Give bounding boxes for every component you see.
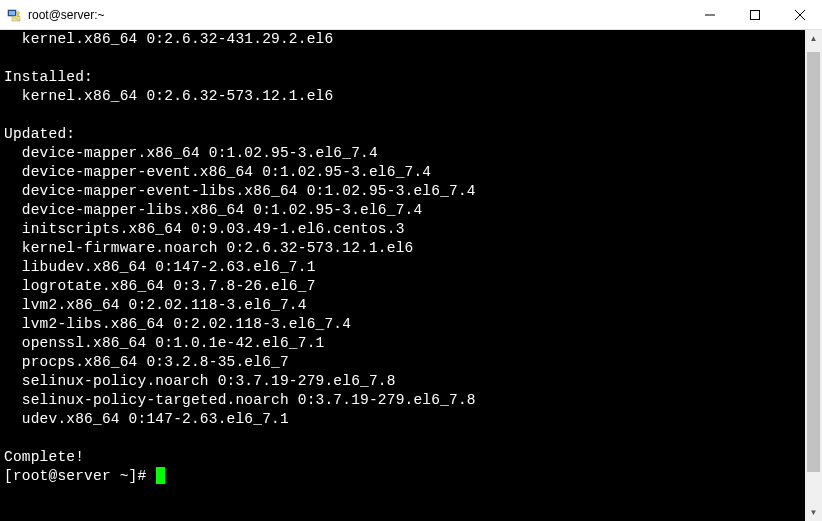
terminal-line: device-mapper-event.x86_64 0:1.02.95-3.e… [4,163,801,182]
terminal-line: device-mapper-libs.x86_64 0:1.02.95-3.el… [4,201,801,220]
terminal-line: Installed: [4,68,801,87]
scroll-up-arrow[interactable]: ▲ [805,30,822,47]
terminal-line [4,429,801,448]
terminal-line: selinux-policy-targeted.noarch 0:3.7.19-… [4,391,801,410]
terminal-line: initscripts.x86_64 0:9.03.49-1.el6.cento… [4,220,801,239]
terminal-prompt-line[interactable]: [root@server ~]# [4,467,801,486]
terminal-line: procps.x86_64 0:3.2.8-35.el6_7 [4,353,801,372]
putty-icon [6,7,22,23]
terminal-line [4,49,801,68]
window-title: root@server:~ [28,8,105,22]
terminal-line: Complete! [4,448,801,467]
terminal-line: logrotate.x86_64 0:3.7.8-26.el6_7 [4,277,801,296]
terminal-line: kernel.x86_64 0:2.6.32-431.29.2.el6 [4,30,801,49]
terminal-line [4,106,801,125]
terminal-line: kernel.x86_64 0:2.6.32-573.12.1.el6 [4,87,801,106]
terminal-line: lvm2-libs.x86_64 0:2.02.118-3.el6_7.4 [4,315,801,334]
terminal-line: selinux-policy.noarch 0:3.7.19-279.el6_7… [4,372,801,391]
terminal-cursor [156,467,165,484]
terminal-line: device-mapper-event-libs.x86_64 0:1.02.9… [4,182,801,201]
shell-prompt: [root@server ~]# [4,468,155,484]
terminal-line: lvm2.x86_64 0:2.02.118-3.el6_7.4 [4,296,801,315]
svg-rect-1 [9,11,15,15]
terminal-area: kernel.x86_64 0:2.6.32-431.29.2.el6 Inst… [0,30,822,521]
svg-rect-7 [750,11,759,20]
window-titlebar[interactable]: root@server:~ [0,0,822,30]
vertical-scrollbar[interactable]: ▲ ▼ [805,30,822,521]
scroll-down-arrow[interactable]: ▼ [805,504,822,521]
close-button[interactable] [777,0,822,30]
terminal-line: device-mapper.x86_64 0:1.02.95-3.el6_7.4 [4,144,801,163]
terminal-line: openssl.x86_64 0:1.0.1e-42.el6_7.1 [4,334,801,353]
minimize-button[interactable] [687,0,732,30]
terminal-output[interactable]: kernel.x86_64 0:2.6.32-431.29.2.el6 Inst… [0,30,805,521]
terminal-line: libudev.x86_64 0:147-2.63.el6_7.1 [4,258,801,277]
terminal-line: kernel-firmware.noarch 0:2.6.32-573.12.1… [4,239,801,258]
maximize-button[interactable] [732,0,777,30]
terminal-line: Updated: [4,125,801,144]
svg-point-4 [17,11,20,14]
window-controls [687,0,822,30]
terminal-line: udev.x86_64 0:147-2.63.el6_7.1 [4,410,801,429]
scrollbar-thumb[interactable] [807,52,820,472]
